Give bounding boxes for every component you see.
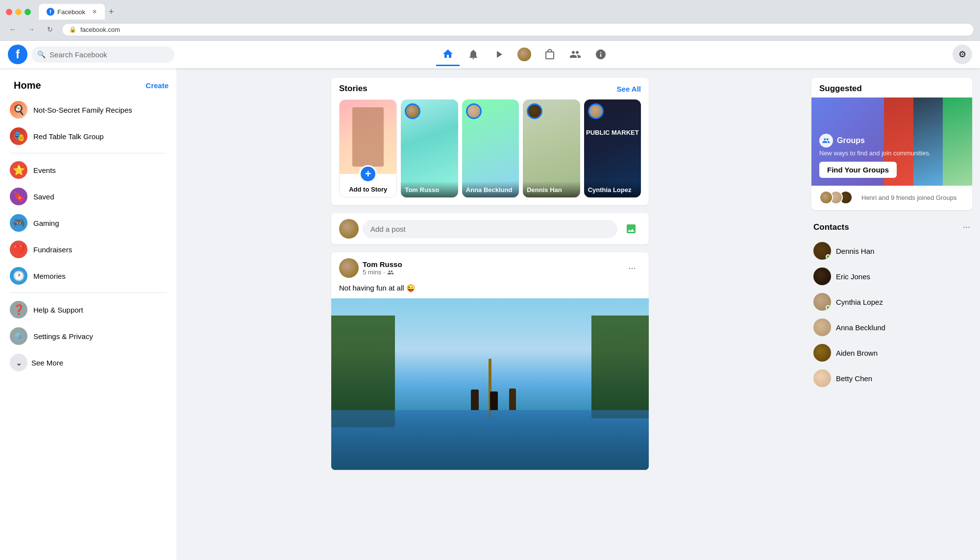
sidebar-header: Home Create bbox=[4, 74, 172, 97]
groups-banner-content: Groups New ways to find and join communi… bbox=[811, 126, 972, 186]
nav-profile-button[interactable] bbox=[513, 43, 536, 66]
contact-eric-avatar bbox=[813, 268, 831, 285]
settings-button[interactable]: ⚙ bbox=[953, 45, 972, 64]
stories-see-all-link[interactable]: See All bbox=[617, 85, 641, 93]
search-placeholder: Search Facebook bbox=[49, 50, 107, 59]
nav-messenger-button[interactable] bbox=[589, 43, 612, 66]
story-cynthia-text: PUBLIC MARKET bbox=[586, 129, 639, 136]
post-1-time: 5 mins bbox=[363, 268, 381, 276]
right-sidebar: Suggested Groups New ways to find and jo bbox=[804, 68, 980, 560]
contact-dennis[interactable]: Dennis Han bbox=[811, 238, 972, 264]
contact-eric[interactable]: Eric Jones bbox=[811, 264, 972, 289]
sidebar-divider-2 bbox=[10, 292, 167, 293]
contacts-section: Contacts ··· Dennis Han Eric Jones Cynth… bbox=[811, 218, 972, 391]
contact-betty[interactable]: Betty Chen bbox=[811, 365, 972, 391]
events-label: Events bbox=[33, 166, 56, 174]
reload-button[interactable]: ↻ bbox=[43, 23, 57, 36]
browser-dots bbox=[6, 9, 31, 15]
story-dennis-card[interactable]: Dennis Han bbox=[523, 99, 580, 197]
help-label: Help & Support bbox=[33, 306, 83, 314]
left-sidebar: Home Create 🍳 Not-So-Secret Family Recip… bbox=[0, 68, 176, 560]
contacts-header: Contacts ··· bbox=[811, 218, 972, 236]
sidebar-item-settings[interactable]: ⚙️ Settings & Privacy bbox=[4, 323, 172, 349]
sidebar-item-saved[interactable]: 🔖 Saved bbox=[4, 184, 172, 209]
seemore-label: See More bbox=[31, 359, 63, 367]
memories-label: Memories bbox=[33, 272, 66, 280]
groups-banner: Groups New ways to find and join communi… bbox=[811, 97, 972, 186]
tab-title: Facebook bbox=[57, 8, 85, 16]
minimize-dot[interactable] bbox=[15, 9, 22, 15]
nav-watch-button[interactable] bbox=[487, 43, 511, 66]
contact-dennis-avatar bbox=[813, 242, 831, 260]
sidebar-item-seemore[interactable]: ⌄ See More bbox=[4, 350, 172, 375]
nav-marketplace-button[interactable] bbox=[538, 43, 562, 66]
main-feed: Stories See All + Add to Story bbox=[323, 68, 657, 560]
sidebar-item-events[interactable]: ⭐ Events bbox=[4, 157, 172, 183]
browser-tab[interactable]: f Facebook ✕ bbox=[39, 4, 105, 20]
tab-close-button[interactable]: ✕ bbox=[92, 8, 97, 15]
saved-icon: 🔖 bbox=[10, 188, 27, 205]
nav-notifications-button[interactable] bbox=[462, 43, 485, 66]
address-bar[interactable]: 🔒 facebook.com bbox=[62, 23, 974, 36]
contact-aiden-name: Aiden Brown bbox=[836, 349, 878, 357]
sidebar-item-help[interactable]: ❓ Help & Support bbox=[4, 297, 172, 322]
story-anna-card[interactable]: Anna Becklund bbox=[462, 99, 519, 197]
contact-anna[interactable]: Anna Becklund bbox=[811, 315, 972, 340]
stories-header: Stories See All bbox=[339, 84, 641, 94]
contact-cynthia[interactable]: Cynthia Lopez bbox=[811, 289, 972, 315]
nav-groups-button[interactable] bbox=[564, 43, 587, 66]
sidebar-item-fundraisers[interactable]: ❤️ Fundraisers bbox=[4, 237, 172, 262]
story-add-card[interactable]: + Add to Story bbox=[339, 99, 397, 197]
contact-anna-avatar bbox=[813, 318, 831, 336]
maximize-dot[interactable] bbox=[24, 9, 31, 15]
groups-icon-row: Groups bbox=[819, 134, 964, 147]
header-nav bbox=[174, 43, 874, 66]
post-input-field[interactable]: Add a post bbox=[363, 220, 617, 238]
gaming-label: Gaming bbox=[33, 219, 59, 227]
story-tom-name: Tom Russo bbox=[405, 186, 439, 194]
contact-eric-name: Eric Jones bbox=[836, 272, 870, 281]
app-header: f 🔍 Search Facebook ⚙ bbox=[0, 41, 980, 68]
search-bar[interactable]: 🔍 Search Facebook bbox=[31, 47, 174, 63]
header-right: ⚙ bbox=[874, 45, 972, 64]
forward-button[interactable]: → bbox=[24, 23, 38, 36]
post-1-text: Not having fun at all 😜 bbox=[331, 284, 649, 298]
facebook-logo[interactable]: f bbox=[8, 45, 27, 64]
new-tab-button[interactable]: + bbox=[109, 7, 114, 17]
story-add-plus-icon: + bbox=[359, 165, 377, 183]
contacts-more-button[interactable]: ··· bbox=[963, 222, 970, 232]
sidebar-item-memories[interactable]: 🕐 Memories bbox=[4, 263, 172, 289]
sidebar-item-redtable[interactable]: 🎭 Red Table Talk Group bbox=[4, 123, 172, 149]
post-1-options-button[interactable]: ··· bbox=[623, 259, 641, 277]
contact-dennis-online-dot bbox=[826, 254, 831, 259]
sidebar-item-recipes[interactable]: 🍳 Not-So-Secret Family Recipes bbox=[4, 97, 172, 122]
settings-sidebar-icon: ⚙️ bbox=[10, 327, 27, 345]
story-dennis-name: Dennis Han bbox=[527, 186, 562, 194]
back-button[interactable]: ← bbox=[6, 23, 20, 36]
story-cynthia-card[interactable]: PUBLIC MARKET Cynthia Lopez bbox=[584, 99, 641, 197]
story-anna-overlay: Anna Becklund bbox=[462, 181, 519, 197]
sidebar-item-gaming[interactable]: 🎮 Gaming bbox=[4, 210, 172, 236]
gaming-icon: 🎮 bbox=[10, 214, 27, 232]
close-dot[interactable] bbox=[6, 9, 12, 15]
find-groups-button[interactable]: Find Your Groups bbox=[819, 162, 897, 178]
post-1-user-avatar[interactable] bbox=[339, 258, 359, 278]
stories-list: + Add to Story Tom Russo bbox=[339, 99, 641, 197]
lock-icon: 🔒 bbox=[69, 26, 76, 33]
contact-cynthia-online-dot bbox=[826, 305, 831, 310]
story-cynthia-name: Cynthia Lopez bbox=[588, 186, 632, 194]
friend-avatar-1 bbox=[819, 191, 833, 204]
post-1-user-info: Tom Russo 5 mins · bbox=[363, 260, 619, 276]
post-1-username[interactable]: Tom Russo bbox=[363, 260, 619, 268]
suggested-title: Suggested bbox=[811, 78, 972, 97]
contact-betty-name: Betty Chen bbox=[836, 374, 872, 383]
story-add-preview bbox=[340, 100, 396, 174]
contact-aiden[interactable]: Aiden Brown bbox=[811, 340, 972, 365]
sidebar-create-button[interactable]: Create bbox=[146, 81, 169, 90]
facebook-tab-icon: f bbox=[47, 8, 54, 16]
fundraisers-icon: ❤️ bbox=[10, 241, 27, 258]
nav-home-button[interactable] bbox=[436, 43, 460, 66]
post-photo-button[interactable] bbox=[621, 219, 641, 239]
sidebar-home-title: Home bbox=[8, 76, 47, 95]
story-tom-card[interactable]: Tom Russo bbox=[401, 99, 458, 197]
